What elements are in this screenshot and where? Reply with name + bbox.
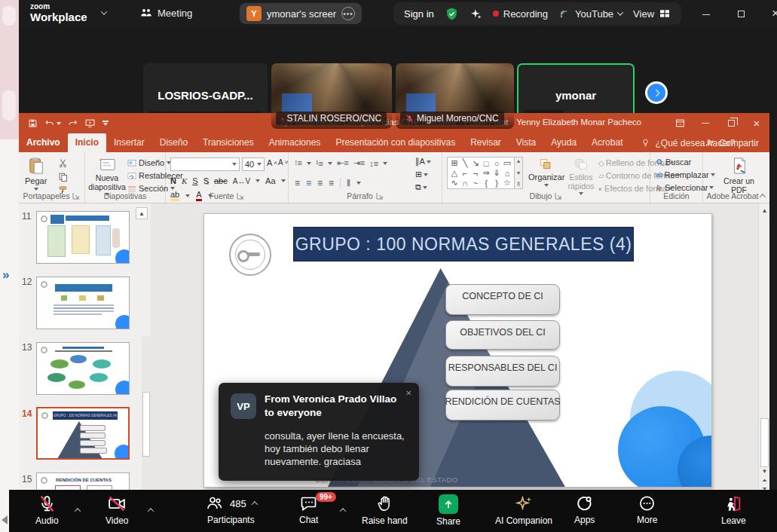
participant-tile[interactable]: STALIN ROSERO/CNC bbox=[271, 63, 392, 129]
arrange-button[interactable]: Organizar bbox=[528, 157, 564, 187]
ppt-close-button[interactable]: × bbox=[744, 113, 769, 133]
close-button[interactable]: × bbox=[765, 6, 777, 21]
ppt-minimize-button[interactable] bbox=[693, 113, 718, 133]
raise-hand-control[interactable]: Raise hand bbox=[362, 494, 408, 526]
youtube-live-control[interactable]: YouTube bbox=[558, 8, 623, 20]
bold-button[interactable]: N bbox=[170, 176, 176, 185]
dialog-launcher-icon[interactable] bbox=[237, 192, 244, 200]
ribbon-display-options-icon[interactable] bbox=[667, 113, 693, 133]
sparkle-icon[interactable] bbox=[470, 8, 482, 20]
dialog-launcher-icon[interactable] bbox=[72, 192, 80, 200]
tab-ayuda[interactable]: Ayuda bbox=[543, 133, 584, 152]
participants-control[interactable]: 485 Participants bbox=[205, 494, 257, 525]
tab-presentacion[interactable]: Presentación con diapositivas bbox=[328, 133, 463, 152]
sign-in-button[interactable]: Sign in bbox=[404, 8, 434, 20]
pyramid-item-rendicion[interactable]: RENDICIÓN DE CUENTAS bbox=[445, 390, 560, 420]
slide-title[interactable]: GRUPO : 100 NORMAS GENERALES (4) bbox=[293, 227, 634, 261]
paste-button[interactable]: Pegar bbox=[25, 157, 47, 191]
maximize-button[interactable] bbox=[730, 8, 751, 20]
tab-vista[interactable]: Vista bbox=[509, 133, 543, 152]
tab-acrobat[interactable]: Acrobat bbox=[584, 133, 630, 152]
font-size-combo[interactable]: 40 bbox=[242, 157, 265, 171]
tab-revisar[interactable]: Revisar bbox=[463, 133, 509, 152]
strikethrough-button[interactable]: abc bbox=[214, 176, 228, 185]
save-icon[interactable] bbox=[28, 118, 38, 128]
more-control[interactable]: More bbox=[637, 494, 657, 525]
slide-thumbnail-12[interactable] bbox=[36, 277, 130, 329]
design-menu[interactable]: Diseño bbox=[127, 158, 171, 167]
ai-companion-control[interactable]: AI Companion bbox=[495, 494, 552, 526]
tab-animaciones[interactable]: Animaciones bbox=[262, 133, 329, 152]
cut-icon[interactable] bbox=[58, 158, 68, 168]
new-slide-button[interactable]: Nueva diapositiva bbox=[90, 157, 124, 196]
shrink-font-button[interactable]: A˅ bbox=[278, 158, 288, 167]
quick-styles-button[interactable]: Estilos rápidos bbox=[565, 157, 597, 195]
align-left-button[interactable]: ≡ bbox=[295, 178, 300, 188]
font-name-combo[interactable] bbox=[170, 157, 240, 171]
view-control[interactable]: View bbox=[633, 8, 671, 20]
back-arrow-icon[interactable] bbox=[2, 515, 8, 524]
participant-tile[interactable]: Miguel Moreno/CNC bbox=[396, 63, 514, 129]
text-direction-button[interactable]: ∥A bbox=[415, 157, 431, 167]
grow-font-button[interactable]: A˄ bbox=[267, 158, 277, 167]
collapse-thumbnails-icon[interactable]: ▲ bbox=[136, 207, 148, 219]
align-text-button[interactable]: ⊞ bbox=[415, 170, 431, 179]
share-button[interactable]: Compartir bbox=[705, 138, 759, 148]
italic-button[interactable]: K bbox=[182, 176, 187, 185]
create-pdf-button[interactable]: Crear un PDF bbox=[716, 157, 762, 194]
decrease-indent-button[interactable]: ⇤≡ bbox=[337, 158, 349, 168]
slide-area-scrollbar[interactable]: ▲ ▼ ⏶ ⏷ bbox=[758, 203, 769, 492]
tab-options-icon[interactable]: ••• bbox=[341, 7, 355, 20]
shapes-gallery[interactable]: ⊞╲↘□○▭ △⌐¬⇒⇓⌂ ∿∩~{}☆ ▲▼⊼ bbox=[447, 157, 523, 189]
align-center-button[interactable]: ≡ bbox=[306, 178, 311, 188]
numbering-button[interactable]: ¹≡ bbox=[316, 159, 323, 168]
tab-transiciones[interactable]: Transiciones bbox=[195, 133, 262, 152]
gallery-scrollbar[interactable]: ▲▼⊼ bbox=[515, 157, 523, 189]
text-shadow-button[interactable]: S bbox=[203, 176, 209, 185]
start-slideshow-icon[interactable] bbox=[84, 118, 96, 128]
copy-icon[interactable] bbox=[58, 172, 68, 182]
char-spacing-button[interactable]: A↔V bbox=[233, 177, 250, 185]
slide-thumbnail-13[interactable] bbox=[36, 342, 130, 395]
expand-panel-icon[interactable]: » bbox=[2, 268, 8, 283]
dialog-launcher-icon[interactable] bbox=[555, 192, 562, 200]
minimize-button[interactable] bbox=[696, 8, 717, 20]
slide-thumbnail-14-selected[interactable]: GRUPO : 100 NORMAS GENERALES (4) bbox=[36, 407, 130, 460]
audio-options-chevron[interactable] bbox=[75, 502, 80, 515]
scroll-up-icon[interactable]: ▲ bbox=[759, 205, 770, 216]
video-options-chevron[interactable] bbox=[148, 502, 153, 515]
increase-indent-button[interactable]: ⇥≡ bbox=[353, 158, 366, 168]
line-spacing-button[interactable]: ↕≡ bbox=[369, 159, 378, 168]
columns-button[interactable]: ⫴ bbox=[347, 178, 350, 188]
slide-thumbnail-11[interactable] bbox=[36, 211, 130, 264]
pyramid-item-concepto[interactable]: CONCEPTO DE CI bbox=[445, 284, 560, 315]
audio-control[interactable]: Audio bbox=[35, 494, 59, 526]
justify-button[interactable]: ≡ bbox=[329, 178, 334, 188]
scrollbar-thumb[interactable] bbox=[760, 418, 769, 467]
leave-control[interactable]: Leave bbox=[721, 494, 746, 526]
tab-meeting[interactable]: Meeting bbox=[139, 6, 192, 20]
collapse-ribbon-icon[interactable] bbox=[760, 191, 765, 200]
customize-qat-icon[interactable] bbox=[102, 121, 109, 126]
undo-button[interactable] bbox=[44, 118, 61, 128]
thumbnail-scrollbar[interactable] bbox=[142, 336, 151, 492]
ppt-restore-button[interactable] bbox=[718, 113, 744, 133]
bullets-button[interactable]: ⁝≡ bbox=[295, 158, 302, 168]
pyramid-item-objetivos[interactable]: OBJETIVOS DEL CI bbox=[445, 320, 560, 350]
next-participants-button[interactable] bbox=[645, 81, 668, 104]
security-shield-icon[interactable] bbox=[445, 7, 459, 21]
chevron-down-icon[interactable] bbox=[101, 8, 107, 14]
chat-options-chevron[interactable] bbox=[341, 502, 345, 515]
tab-archivo[interactable]: Archivo bbox=[19, 133, 68, 152]
dialog-launcher-icon[interactable] bbox=[376, 192, 384, 200]
change-case-button[interactable]: Aa bbox=[265, 176, 275, 185]
underline-button[interactable]: S bbox=[192, 176, 197, 185]
tab-insertar[interactable]: Insertar bbox=[106, 133, 152, 152]
share-screen-control[interactable]: Share bbox=[436, 494, 460, 527]
tab-diseno[interactable]: Diseño bbox=[152, 133, 195, 152]
close-icon[interactable]: × bbox=[405, 387, 411, 399]
tab-inicio[interactable]: Inicio bbox=[68, 133, 106, 152]
video-control[interactable]: Video bbox=[106, 494, 128, 526]
apps-control[interactable]: Apps bbox=[574, 494, 595, 525]
tab-screen-share[interactable]: Y ymonar's screer ••• bbox=[240, 3, 362, 24]
